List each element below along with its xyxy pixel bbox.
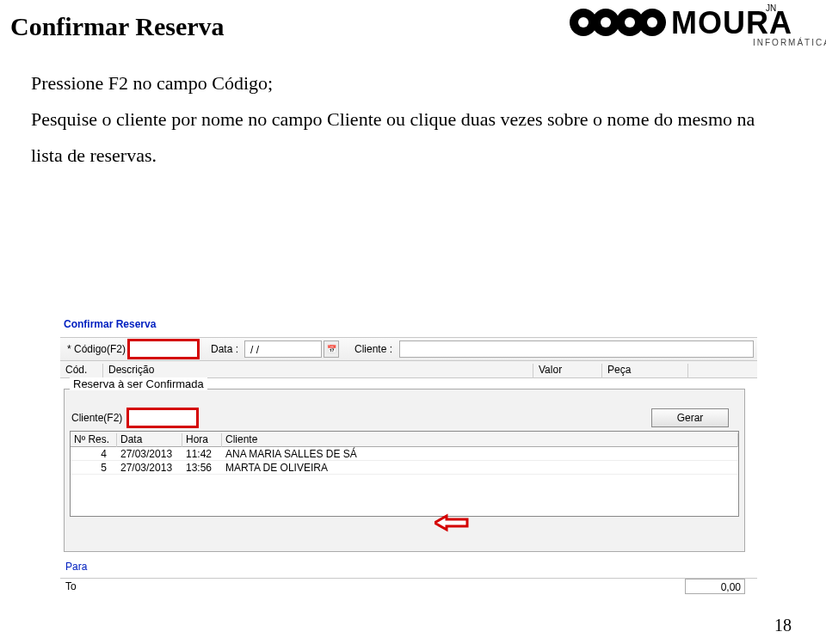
pointer-arrow-icon [435,513,469,532]
cliente-label: Cliente : [354,343,392,355]
to-label: To [65,580,77,592]
reserva-table: Nº Res. Data Hora Cliente 4 27/03/2013 1… [70,431,739,517]
col-valor: Valor [533,364,602,378]
bullet-2: Pesquise o cliente por nome no campo Cli… [31,108,755,166]
table-row[interactable]: 5 27/03/2013 13:56 MARTA DE OLIVEIRA [71,461,738,475]
reserva-frame: Reserva à ser Confirmada Cliente(F2) Ger… [64,389,745,552]
reserva-frame-title: Reserva à ser Confirmada [70,377,207,390]
detail-header: Cód. Descrição Valor Peça [60,361,757,378]
col-cliente: Cliente [222,433,738,447]
calendar-icon[interactable]: 📅 [324,340,339,358]
logo-jn: JN [766,3,776,13]
bullet-1: Pressione F2 no campo Código; [31,72,273,94]
logo-symbol [568,3,667,42]
instruction-list: ✓Pressione F2 no campo Código; ✓Pesquise… [0,65,826,173]
codigo-input[interactable] [129,340,198,358]
frame-title: Confirmar Reserva [64,318,156,330]
clientef2-label: Cliente(F2) [71,412,122,424]
col-nres: Nº Res. [71,433,117,447]
brand-logo: MOURA JN INFORMÁTICA [568,3,792,51]
app-screenshot: Confirmar Reserva * Código(F2) Data : / … [60,318,757,593]
check-icon: ✓ [10,106,31,135]
col-cod: Cód. [60,364,103,378]
para-label: Para [65,561,87,573]
svg-marker-8 [435,516,467,530]
data-label: Data : [211,343,238,355]
codigo-label: * Código(F2) [67,343,126,355]
svg-point-3 [601,17,611,28]
table-row[interactable]: 4 27/03/2013 11:42 ANA MARIA SALLES DE S… [71,447,738,461]
col-desc: Descrição [103,364,533,378]
total-value: 0,00 [685,579,745,594]
svg-point-7 [647,17,657,28]
svg-point-6 [625,17,635,28]
col-data: Data [117,433,182,447]
logo-subtext: INFORMÁTICA [753,38,826,47]
clientef2-input[interactable] [128,409,197,426]
page-number: 18 [774,616,792,635]
data-input[interactable]: / / [244,340,322,358]
footer-row: To 0,00 [60,578,757,595]
check-icon: ✓ [10,70,31,99]
col-hora: Hora [182,433,222,447]
svg-point-2 [578,17,589,28]
cliente-input[interactable] [399,340,754,358]
top-field-row: * Código(F2) Data : / / 📅 Cliente : [60,337,757,361]
col-peca: Peça [602,364,688,378]
gerar-button[interactable]: Gerar [651,408,729,427]
